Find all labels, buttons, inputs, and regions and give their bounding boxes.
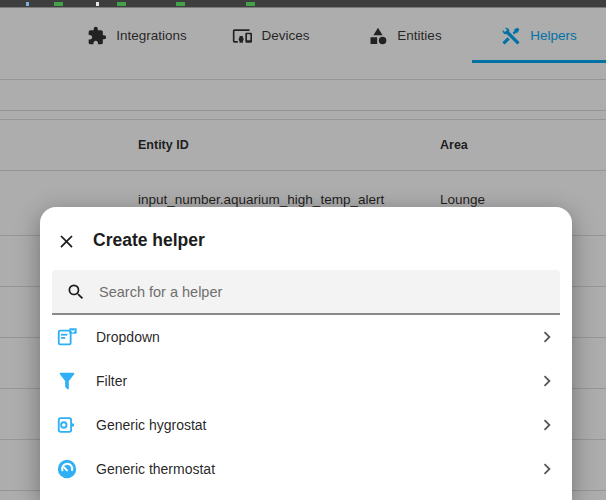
helper-item-label: Generic thermostat	[96, 461, 536, 477]
screen: Integrations Devices Entities Helpers En…	[0, 0, 606, 500]
filter-icon	[56, 370, 78, 392]
search-icon	[66, 282, 86, 302]
strip-favicon	[54, 2, 63, 6]
list-item-filter[interactable]: Filter	[40, 359, 572, 403]
helper-item-label: Generic hygrostat	[96, 417, 536, 433]
hygrostat-icon	[56, 414, 78, 436]
chevron-right-icon	[536, 326, 558, 348]
browser-strip	[0, 0, 606, 8]
strip-favicon	[176, 2, 185, 6]
dropdown-icon	[56, 326, 78, 348]
strip-favicon	[246, 2, 255, 6]
list-item-generic-hygrostat[interactable]: Generic hygrostat	[40, 403, 572, 447]
helper-type-list: Dropdown Filter	[40, 315, 572, 491]
helper-item-label: Dropdown	[96, 329, 536, 345]
close-button[interactable]	[56, 231, 77, 252]
thermostat-icon	[56, 458, 78, 480]
strip-favicon	[26, 2, 29, 6]
chevron-right-icon	[536, 458, 558, 480]
list-item-dropdown[interactable]: Dropdown	[40, 315, 572, 359]
create-helper-dialog: Create helper Dropdown	[40, 207, 572, 500]
chevron-right-icon	[536, 370, 558, 392]
strip-favicon	[96, 2, 99, 6]
close-icon	[56, 231, 77, 252]
search-input[interactable]	[99, 284, 548, 300]
dialog-title: Create helper	[93, 230, 205, 251]
list-item-generic-thermostat[interactable]: Generic thermostat	[40, 447, 572, 491]
chevron-right-icon	[536, 414, 558, 436]
strip-favicon	[117, 2, 126, 6]
search-field[interactable]	[52, 270, 560, 315]
helper-item-label: Filter	[96, 373, 536, 389]
